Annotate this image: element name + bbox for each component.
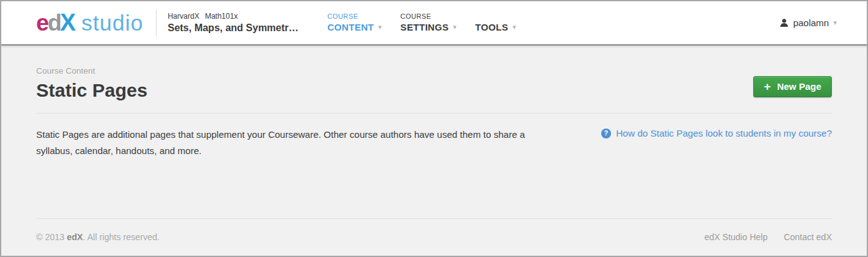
title-block: Course Content Static Pages [36, 66, 147, 101]
content-row: Static Pages are additional pages that s… [36, 127, 832, 160]
nav-course-content-line2: CONTENT [327, 22, 374, 32]
course-codes: HarvardXMath101x [168, 12, 311, 21]
logo-letter-d: d [48, 10, 60, 36]
logo-letter-x: X [60, 9, 75, 36]
top-header: edX studio HarvardXMath101x Sets, Maps, … [1, 1, 867, 46]
logo-letter-e: e [36, 10, 48, 36]
nav-course-settings-line2: SETTINGS [400, 22, 448, 32]
logo-studio-text: studio [82, 11, 143, 36]
nav-course-content-line1: COURSE [327, 12, 382, 20]
chevron-down-icon: ▾ [833, 19, 837, 26]
page-footer: © 2013 edX. All rights reserved. edX Stu… [1, 218, 867, 256]
plus-icon: + [764, 82, 771, 91]
edx-studio-logo[interactable]: edX studio [36, 9, 143, 36]
chevron-down-icon: ▾ [513, 24, 516, 31]
copyright-text: © 2013 edX. All rights reserved. [36, 232, 160, 242]
footer-link-contact-edx[interactable]: Contact edX [784, 232, 832, 242]
copyright-suffix: . All rights reserved. [83, 232, 160, 242]
main-content: Course Content Static Pages + New Page S… [1, 46, 867, 218]
header-left: edX studio HarvardXMath101x Sets, Maps, … [36, 1, 516, 44]
footer-links: edX Studio Help Contact edX [705, 232, 832, 242]
user-name: paolamn [793, 17, 829, 28]
breadcrumb: Course Content [36, 66, 147, 75]
page-description: Static Pages are additional pages that s… [36, 127, 554, 160]
footer-link-studio-help[interactable]: edX Studio Help [705, 232, 768, 242]
chevron-down-icon: ▾ [453, 24, 457, 31]
question-icon: ? [601, 128, 611, 138]
user-menu[interactable]: paolamn ▾ [779, 17, 837, 28]
user-icon [779, 18, 789, 27]
header-divider [156, 10, 157, 36]
copyright-brand-link[interactable]: edX [67, 232, 83, 242]
nav-tools[interactable]: TOOLS ▾ [475, 22, 516, 32]
course-info: HarvardXMath101x Sets, Maps, and Symmetr… [168, 12, 311, 34]
footer-row: © 2013 edX. All rights reserved. edX Stu… [36, 232, 832, 242]
new-page-button[interactable]: + New Page [753, 76, 832, 97]
copyright-prefix: © 2013 [36, 232, 67, 242]
course-number: Math101x [205, 12, 238, 21]
page-head: Course Content Static Pages + New Page [36, 66, 832, 101]
section-divider [36, 113, 832, 114]
help-link[interactable]: ? How do Static Pages look to students i… [601, 128, 832, 138]
main-nav: COURSE CONTENT ▾ COURSE SETTINGS ▾ TOOL [327, 12, 516, 34]
course-title: Sets, Maps, and Symmetr… [168, 22, 311, 34]
help-link-label: How do Static Pages look to students in … [616, 128, 832, 138]
chevron-down-icon: ▾ [379, 24, 382, 31]
course-org: HarvardX [168, 12, 200, 21]
nav-tools-label: TOOLS [475, 22, 508, 32]
page-title: Static Pages [36, 80, 147, 101]
nav-course-settings[interactable]: COURSE SETTINGS ▾ [400, 12, 456, 32]
nav-course-settings-line1: COURSE [400, 12, 456, 20]
edx-studio-window: edX studio HarvardXMath101x Sets, Maps, … [0, 0, 868, 257]
footer-divider [36, 218, 832, 219]
nav-course-content[interactable]: COURSE CONTENT ▾ [327, 12, 382, 32]
new-page-button-label: New Page [777, 81, 821, 92]
